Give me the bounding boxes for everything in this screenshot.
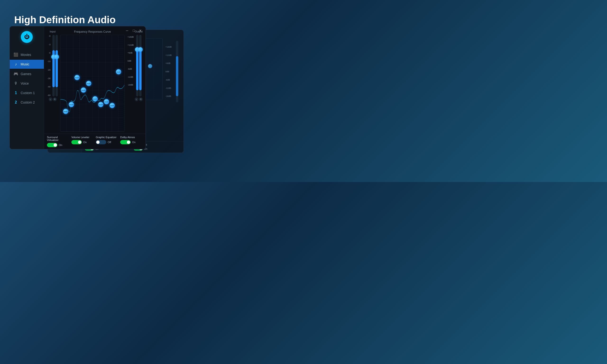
minimize-button[interactable]: ─	[125, 28, 130, 33]
movies-icon: ⬛	[13, 52, 18, 57]
graphic-equalizer-toggle[interactable]	[96, 140, 106, 144]
surround-virtualizer-thumb	[53, 143, 57, 147]
dolby-atmos-toggle[interactable]	[120, 140, 131, 144]
effect-surround-virtualizer: Surround Virtualizer On	[47, 136, 69, 147]
input-section: Input -0-3-6-10-20-30-40-60	[47, 30, 58, 132]
output-r-label: R	[139, 97, 143, 101]
close-button[interactable]: ✕	[138, 28, 143, 33]
sidebar-item-custom2[interactable]: 2 Custom 2	[10, 98, 44, 107]
output-fader-l[interactable]	[136, 35, 138, 96]
input-fader-r[interactable]	[55, 35, 58, 96]
games-icon: 🎮	[13, 72, 18, 76]
power-icon: ⏻	[24, 34, 29, 40]
voice-label: Voice	[21, 81, 29, 85]
dolby-atmos-label: Dolby Atmos	[120, 136, 135, 139]
eq-node-4[interactable]	[81, 88, 86, 93]
sidebar-item-movies[interactable]: ⬛ Movies	[10, 50, 44, 59]
main-content: Input -0-3-6-10-20-30-40-60	[44, 26, 145, 149]
effect-volume-leveler: Volume Leveler On	[71, 136, 94, 147]
effect-graphic-equalizer: Graphic Equalizer Off	[96, 136, 118, 147]
eq-node-9[interactable]	[109, 103, 115, 108]
eq-node-3[interactable]	[74, 75, 80, 80]
r-label: R	[53, 97, 57, 101]
eq-node-7[interactable]	[98, 102, 103, 107]
effect-dolby-atmos: Dolby Atmos On	[120, 136, 143, 147]
eq-chart-area: Frequency Responses Curve	[60, 30, 125, 132]
eq-node-10[interactable]	[116, 69, 121, 74]
eq-node-2[interactable]	[69, 102, 74, 107]
eq-area: Input -0-3-6-10-20-30-40-60	[44, 26, 145, 134]
page-title: High Definition Audio	[14, 14, 289, 26]
music-icon: ♪	[13, 62, 18, 66]
eq-chart-title: Frequency Responses Curve	[60, 30, 125, 33]
titlebar: ─ □ ✕	[122, 26, 145, 35]
eq-chart[interactable]	[60, 35, 125, 132]
sidebar-item-custom1[interactable]: 1 Custom 1	[10, 88, 44, 97]
surround-virtualizer-toggle[interactable]	[47, 143, 57, 147]
eq-node-1[interactable]	[63, 109, 68, 114]
custom2-label: Custom 2	[21, 101, 35, 104]
games-label: Games	[21, 72, 31, 76]
custom1-label: Custom 1	[21, 91, 35, 95]
output-section: +18dB+12dB+6dB0dB-6dB-12dB-18dB Output	[127, 30, 143, 132]
volume-leveler-toggle[interactable]	[71, 140, 82, 144]
volume-leveler-state: On	[83, 141, 87, 143]
l-label: L	[49, 97, 53, 101]
input-fader-l[interactable]	[53, 35, 55, 96]
dolby-atmos-thumb	[127, 141, 130, 144]
sidebar-item-voice[interactable]: 🎙 Voice	[10, 79, 44, 88]
custom1-num: 1	[13, 91, 18, 95]
movies-label: Movies	[21, 53, 31, 57]
eq-node-8[interactable]	[104, 99, 109, 104]
surround-virtualizer-toggle-container: On	[47, 143, 62, 147]
volume-leveler-label: Volume Leveler	[71, 136, 89, 139]
lr-labels-output: L R	[135, 97, 143, 101]
maximize-button[interactable]: □	[131, 28, 136, 33]
db-labels-left: -0-3-6-10-20-30-40-60	[47, 35, 52, 96]
power-button[interactable]: ⏻	[21, 31, 33, 43]
dolby-atmos-toggle-container: On	[120, 140, 136, 144]
graphic-equalizer-toggle-container: Off	[96, 140, 111, 144]
output-l-label: L	[135, 97, 138, 101]
graphic-equalizer-label: Graphic Equalizer	[96, 136, 117, 139]
nav-items: ⬛ Movies ♪ Music 🎮 Games 🎙 Voice 1 Custo…	[10, 50, 44, 107]
effects-row: Surround Virtualizer On Volume Leveler O…	[44, 134, 145, 149]
input-label: Input	[50, 30, 55, 33]
lr-labels-input: L R	[49, 97, 57, 101]
surround-virtualizer-label: Surround Virtualizer	[47, 136, 69, 142]
output-fader-r[interactable]	[139, 35, 142, 96]
eq-node-6[interactable]	[92, 96, 98, 102]
surround-virtualizer-state: On	[59, 143, 62, 146]
voice-icon: 🎙	[13, 81, 18, 86]
music-label: Music	[21, 62, 29, 66]
sidebar: ⏻ ⬛ Movies ♪ Music 🎮 Games 🎙 Voice 1 Cus	[10, 26, 44, 149]
graphic-equalizer-thumb	[96, 141, 100, 144]
dolby-atmos-state: On	[132, 141, 136, 143]
main-app-window: ─ □ ✕ ⏻ ⬛ Movies ♪ Music 🎮 Games 🎙 Voice	[10, 26, 146, 149]
volume-leveler-thumb	[78, 141, 81, 144]
volume-leveler-toggle-container: On	[71, 140, 87, 144]
graphic-equalizer-state: Off	[108, 141, 111, 143]
sidebar-item-games[interactable]: 🎮 Games	[10, 69, 44, 78]
eq-node-5[interactable]	[86, 81, 91, 86]
custom2-num: 2	[13, 100, 18, 104]
sidebar-item-music[interactable]: ♪ Music	[10, 60, 44, 69]
db-labels-right: +18dB+12dB+6dB0dB-6dB-12dB-18dB	[127, 30, 134, 92]
